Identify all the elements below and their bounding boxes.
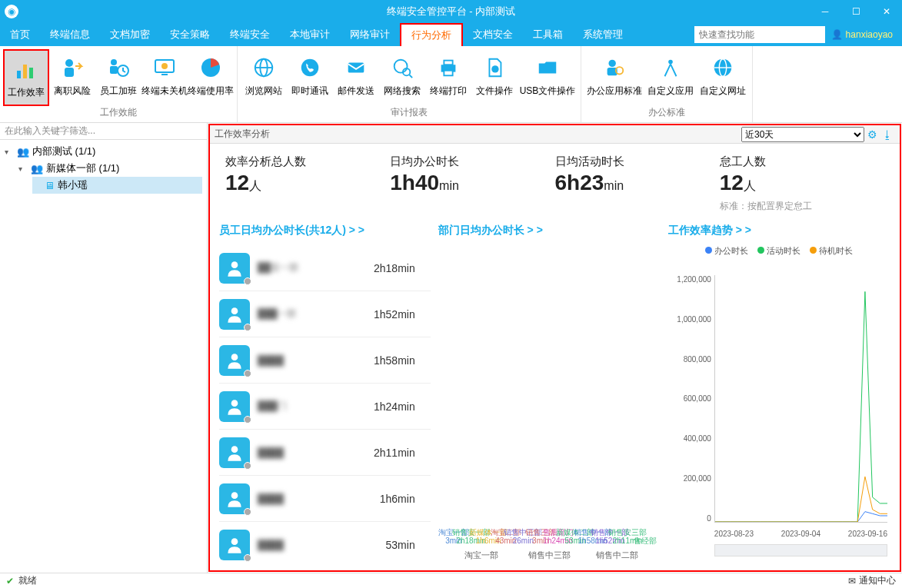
ribbon-print[interactable]: 终端打印: [425, 49, 471, 106]
ribbon-office-standard[interactable]: 办公应用标准: [584, 49, 644, 106]
panel-title-trend[interactable]: 工作效率趋势 > >: [668, 224, 890, 238]
employee-row[interactable]: ████ 1h6min: [219, 476, 431, 522]
employee-row[interactable]: ████ 2h11min: [219, 430, 431, 476]
tree-user[interactable]: 🖥 韩小瑶: [32, 177, 202, 194]
body: 在此输入关键字筛选... ▾ 👥 内部测试 (1/1) ▾ 👥 新媒体一部 (1…: [0, 123, 902, 573]
svg-rect-2: [29, 68, 33, 78]
ribbon-group-label: 工作效能: [100, 106, 137, 119]
ribbon-group-standard: 办公应用标准 自定义应用 自定义网址 办公标准: [581, 46, 753, 122]
avatar-icon: [219, 253, 250, 284]
download-icon[interactable]: ⭳: [880, 128, 895, 141]
tree-label: 新媒体一部 (1/1): [46, 161, 119, 175]
employee-name: ███门: [258, 400, 374, 413]
ribbon-mail[interactable]: 邮件发送: [333, 49, 379, 106]
ribbon-web-search[interactable]: 网络搜索: [379, 49, 425, 106]
menu-terminal-info[interactable]: 终端信息: [40, 23, 100, 46]
employee-row[interactable]: ████ 53min: [219, 522, 431, 566]
panel-departments: 部门日均办公时长 > > 淘宝一部3min销售安一部2h18min新媒体一部1h…: [438, 224, 661, 566]
menu-local-audit[interactable]: 本地审计: [280, 23, 340, 46]
ribbon-label: 浏览网站: [245, 85, 282, 98]
menu-doc-encrypt[interactable]: 文档加密: [100, 23, 160, 46]
ribbon-work-efficiency[interactable]: 工作效率: [3, 49, 49, 106]
employee-time: 2h18min: [374, 262, 415, 274]
pie-chart-icon: [197, 54, 225, 81]
file-icon: [481, 54, 508, 81]
ribbon-label: USB文件操作: [520, 85, 576, 98]
legend-label: 待机时长: [819, 246, 853, 255]
charts-row: 员工日均办公时长(共12人) > > ██安一部 2h18min ███一部 1…: [210, 219, 900, 570]
stats-row: 效率分析总人数 12人 日均办公时长 1h40min 日均活动时长 6h23mi…: [210, 144, 900, 219]
user-name: hanxiaoyao: [846, 29, 893, 40]
panel-title-employees[interactable]: 员工日均办公时长(共12人) > >: [219, 224, 431, 238]
svg-point-27: [668, 60, 673, 65]
tree-filter-input[interactable]: 在此输入关键字筛选...: [0, 123, 207, 140]
y-tick: 400,000: [668, 434, 711, 443]
menu-system-mgmt[interactable]: 系统管理: [573, 23, 633, 46]
stat-avg-active: 日均活动时长 6h23min: [555, 154, 720, 213]
stat-subtitle: 标准：按配置界定怠工: [720, 200, 884, 213]
ribbon-terminal-usage[interactable]: 终端使用率: [188, 49, 234, 106]
monitor-icon: 🖥: [45, 180, 55, 191]
menu-security-policy[interactable]: 安全策略: [160, 23, 220, 46]
menu-behavior-analysis[interactable]: 行为分析: [400, 23, 463, 46]
ribbon-browse-web[interactable]: 浏览网站: [241, 49, 287, 106]
range-slider[interactable]: [714, 544, 887, 556]
sidebar: 在此输入关键字筛选... ▾ 👥 内部测试 (1/1) ▾ 👥 新媒体一部 (1…: [0, 123, 208, 573]
tree-root[interactable]: ▾ 👥 内部测试 (1/1): [5, 143, 202, 160]
panel-title-departments[interactable]: 部门日均办公时长 > >: [438, 224, 661, 238]
employee-row[interactable]: ███门 1h24min: [219, 384, 431, 430]
ribbon-label: 邮件发送: [338, 85, 374, 98]
ribbon-custom-url[interactable]: 自定义网址: [697, 49, 749, 106]
svg-point-5: [111, 59, 117, 65]
panel-trend: 工作效率趋势 > > 办公时长 活动时长 待机时长 1,200,0001,000…: [668, 224, 890, 566]
stat-label: 效率分析总人数: [225, 154, 390, 169]
ribbon-file-ops[interactable]: 文件操作: [471, 49, 518, 106]
person-leave-icon: [58, 54, 86, 81]
close-button[interactable]: ✕: [871, 0, 902, 23]
ribbon-overtime[interactable]: 员工加班: [95, 49, 141, 106]
y-tick: 800,000: [668, 355, 711, 364]
notification-center[interactable]: 通知中心: [859, 574, 896, 587]
ribbon-usb-file[interactable]: USB文件操作: [518, 49, 577, 106]
y-tick: 600,000: [668, 394, 711, 403]
menu-home[interactable]: 首页: [0, 23, 40, 46]
stat-value: 1h40: [390, 171, 439, 194]
y-tick: 1,000,000: [668, 315, 711, 324]
chevron-down-icon[interactable]: ▾: [18, 164, 28, 173]
svg-rect-16: [348, 62, 364, 72]
ribbon-leave-risk[interactable]: 离职风险: [49, 49, 95, 106]
period-select[interactable]: 近30天: [741, 127, 864, 142]
search-input[interactable]: [694, 26, 825, 43]
ribbon-not-shutdown[interactable]: 终端未关机: [141, 49, 188, 106]
svg-point-36: [231, 492, 238, 499]
chevron-down-icon[interactable]: ▾: [5, 148, 14, 156]
settings-icon[interactable]: ⚙: [864, 128, 880, 141]
employee-name: ████: [258, 540, 386, 550]
panel-title: 工作效率分析: [215, 128, 270, 141]
minimize-button[interactable]: ─: [810, 0, 840, 23]
menu-doc-security[interactable]: 文档安全: [463, 23, 523, 46]
tree-dept[interactable]: ▾ 👥 新媒体一部 (1/1): [18, 160, 202, 177]
trend-legend: 办公时长 活动时长 待机时长: [668, 245, 890, 257]
svg-point-31: [231, 261, 238, 268]
employee-row[interactable]: ████ 1h58min: [219, 337, 431, 384]
svg-point-32: [231, 307, 238, 314]
employee-row[interactable]: ███一部 1h52min: [219, 291, 431, 337]
maximize-button[interactable]: ☐: [840, 0, 871, 23]
ribbon-im[interactable]: 即时通讯: [287, 49, 333, 106]
menu-toolbox[interactable]: 工具箱: [523, 23, 573, 46]
stat-total-people: 效率分析总人数 12人: [225, 154, 390, 213]
employee-row[interactable]: ██安一部 2h18min: [219, 245, 431, 291]
stat-unit: 人: [249, 179, 261, 192]
menu-network-audit[interactable]: 网络审计: [340, 23, 400, 46]
legend-label: 办公时长: [714, 246, 748, 255]
trend-line-chart: 1,200,0001,000,000800,000600,000400,0002…: [668, 260, 890, 566]
menu-terminal-security[interactable]: 终端安全: [220, 23, 280, 46]
ribbon-group-label: 审计报表: [391, 106, 428, 119]
monitor-power-icon: [151, 54, 178, 81]
app-logo-icon: ◉: [5, 5, 18, 18]
ribbon: 工作效率 离职风险 员工加班 终端未关机 终端使用率 工作效能 浏览网站: [0, 46, 902, 123]
user-label[interactable]: 👤 hanxiaoyao: [831, 29, 893, 40]
ribbon-custom-app[interactable]: 自定义应用: [644, 49, 697, 106]
ribbon-label: 网络搜索: [384, 85, 421, 98]
